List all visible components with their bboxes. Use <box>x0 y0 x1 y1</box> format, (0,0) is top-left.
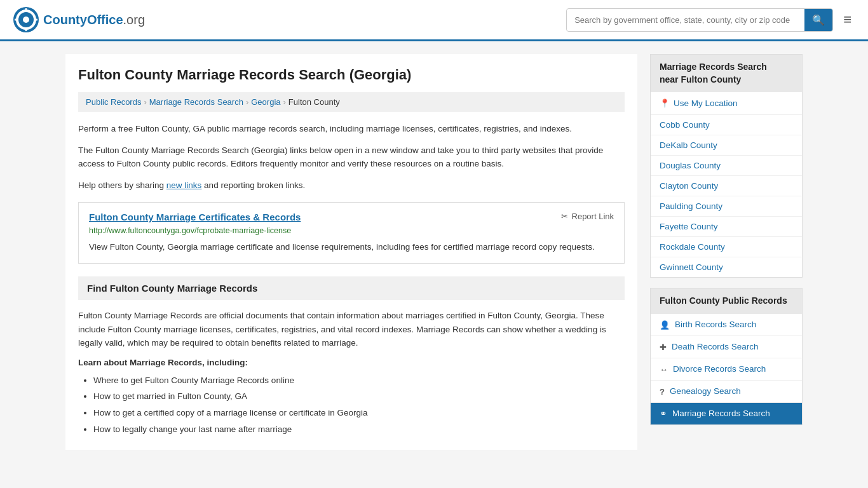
list-item: Marriage Records Search <box>651 403 802 424</box>
sidebar-nearby-section: Marriage Records Search near Fulton Coun… <box>650 54 803 278</box>
nearby-counties-list: Cobb County DeKalb County Douglas County… <box>651 115 802 277</box>
county-link-rockdale[interactable]: Rockdale County <box>651 237 802 257</box>
death-records-link[interactable]: Death Records Search <box>651 336 802 358</box>
breadcrumb-marriage-records[interactable]: Marriage Records Search <box>149 97 243 107</box>
page-container: Fulton County Marriage Records Search (G… <box>53 41 815 463</box>
person-icon <box>660 320 670 330</box>
description-3: Help others by sharing new links and rep… <box>78 179 625 193</box>
sidebar-public-records-title: Fulton County Public Records <box>651 288 802 314</box>
record-entry-header: Fulton County Marriage Certificates & Re… <box>89 212 614 222</box>
search-bar: 🔍 <box>566 8 833 32</box>
arrows-icon <box>660 364 668 374</box>
list-item: Gwinnett County <box>651 257 802 277</box>
logo-icon <box>13 6 39 33</box>
list-item: Fayette County <box>651 217 802 237</box>
birth-records-link[interactable]: Birth Records Search <box>651 314 802 336</box>
new-links-link[interactable]: new links <box>166 180 202 190</box>
location-pin-icon <box>660 98 670 108</box>
description-1: Perform a free Fulton County, GA public … <box>78 122 625 136</box>
list-item: Paulding County <box>651 196 802 217</box>
list-item: Genealogy Search <box>651 381 802 403</box>
search-input[interactable] <box>567 10 804 30</box>
find-section-header: Find Fulton County Marriage Records <box>78 276 625 300</box>
record-title[interactable]: Fulton County Marriage Certificates & Re… <box>89 212 301 222</box>
county-link-douglas[interactable]: Douglas County <box>651 156 802 175</box>
list-item: How to legally change your last name aft… <box>93 421 625 438</box>
find-section-info: Fulton County Marriage Records are offic… <box>78 309 625 350</box>
description-2: The Fulton County Marriage Records Searc… <box>78 144 625 171</box>
sidebar: Marriage Records Search near Fulton Coun… <box>650 54 803 450</box>
public-records-list: Birth Records Search Death Records Searc… <box>651 314 802 424</box>
header: CountyOffice.org 🔍 ≡ <box>0 0 868 41</box>
sidebar-public-records-section: Fulton County Public Records Birth Recor… <box>650 288 803 425</box>
hamburger-menu-icon[interactable]: ≡ <box>839 8 855 32</box>
find-section-title: Find Fulton County Marriage Records <box>87 283 616 294</box>
list-item: Where to get Fulton County Marriage Reco… <box>93 372 625 389</box>
county-link-paulding[interactable]: Paulding County <box>651 196 802 216</box>
marriage-records-link[interactable]: Marriage Records Search <box>651 403 802 424</box>
record-url[interactable]: http://www.fultoncountyga.gov/fcprobate-… <box>89 226 614 235</box>
svg-rect-7 <box>34 19 37 21</box>
svg-point-3 <box>23 17 29 23</box>
header-right: 🔍 ≡ <box>566 8 855 32</box>
svg-rect-4 <box>25 8 27 12</box>
page-title: Fulton County Marriage Records Search (G… <box>78 67 625 83</box>
county-link-gwinnett[interactable]: Gwinnett County <box>651 257 802 277</box>
list-item: Douglas County <box>651 156 802 176</box>
learn-list: Where to get Fulton County Marriage Reco… <box>78 372 625 438</box>
question-icon <box>660 386 665 396</box>
record-entry: Fulton County Marriage Certificates & Re… <box>78 202 625 264</box>
rings-icon <box>660 409 667 419</box>
county-link-dekalb[interactable]: DeKalb County <box>651 135 802 155</box>
learn-heading: Learn about Marriage Records, including: <box>78 358 625 367</box>
logo-text: CountyOffice.org <box>43 13 145 27</box>
cross-icon <box>660 342 667 352</box>
list-item: Divorce Records Search <box>651 358 802 381</box>
list-item: How to get married in Fulton County, GA <box>93 388 625 405</box>
divorce-records-link[interactable]: Divorce Records Search <box>651 358 802 380</box>
breadcrumb-fulton-county: Fulton County <box>288 97 340 107</box>
list-item: Birth Records Search <box>651 314 802 336</box>
list-item: Death Records Search <box>651 336 802 358</box>
logo-area[interactable]: CountyOffice.org <box>13 6 145 33</box>
scissors-icon: ✂ <box>561 212 568 221</box>
county-link-clayton[interactable]: Clayton County <box>651 176 802 196</box>
breadcrumb-public-records[interactable]: Public Records <box>86 97 141 107</box>
list-item: DeKalb County <box>651 135 802 156</box>
county-link-fayette[interactable]: Fayette County <box>651 217 802 236</box>
breadcrumb-georgia[interactable]: Georgia <box>251 97 280 107</box>
list-item: Cobb County <box>651 115 802 135</box>
report-link-label: Report Link <box>572 212 614 221</box>
list-item: How to get a certified copy of a marriag… <box>93 405 625 421</box>
record-description: View Fulton County, Georgia marriage cer… <box>89 240 614 254</box>
search-button[interactable]: 🔍 <box>804 9 832 31</box>
county-link-cobb[interactable]: Cobb County <box>651 115 802 135</box>
genealogy-search-link[interactable]: Genealogy Search <box>651 381 802 402</box>
sidebar-nearby-title: Marriage Records Search near Fulton Coun… <box>651 55 802 92</box>
report-link[interactable]: ✂ Report Link <box>561 212 614 221</box>
svg-rect-6 <box>15 19 18 21</box>
main-content: Fulton County Marriage Records Search (G… <box>65 54 637 450</box>
breadcrumb: Public Records › Marriage Records Search… <box>78 92 625 112</box>
list-item: Clayton County <box>651 176 802 196</box>
list-item: Rockdale County <box>651 237 802 257</box>
use-location[interactable]: Use My Location <box>651 92 802 115</box>
svg-rect-5 <box>25 27 27 31</box>
